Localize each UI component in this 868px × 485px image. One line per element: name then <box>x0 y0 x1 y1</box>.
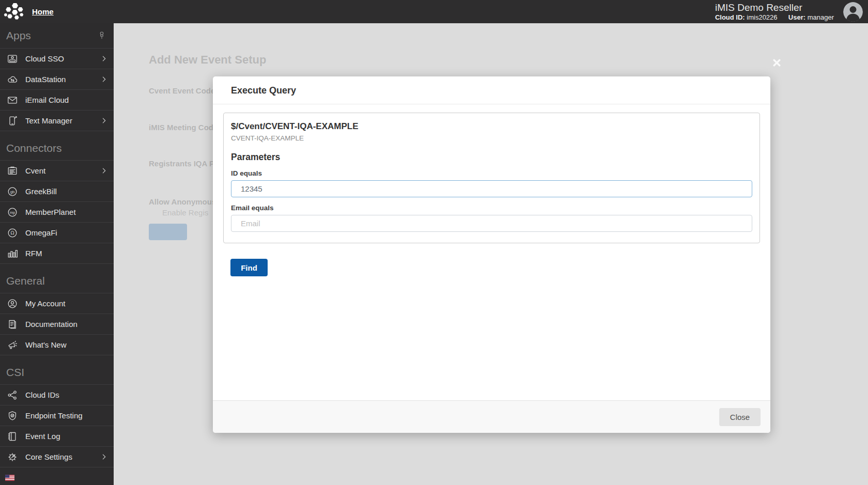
svg-text:Ω: Ω <box>11 230 14 236</box>
memberplanet-badge-icon: mp <box>7 207 18 218</box>
sidebar-item-label: My Account <box>25 299 66 308</box>
sidebar-item-my-account[interactable]: My Account <box>0 293 114 314</box>
sidebar-item-endpoint-testing[interactable]: Endpoint Testing <box>0 405 114 426</box>
svg-text:gb: gb <box>10 189 15 194</box>
sidebar-section-general: General <box>0 264 114 293</box>
documents-icon <box>7 319 18 330</box>
sidebar-section-csi: CSI <box>0 355 114 384</box>
background-field-label: Allow Anonymous <box>149 197 216 206</box>
sidebar-item-iemail-cloud[interactable]: iEmail Cloud <box>0 90 114 111</box>
modal-header: Execute Query <box>213 76 770 104</box>
sidebar-item-omegafi[interactable]: ΩOmegaFi <box>0 223 114 243</box>
sidebar-item-label: Event Log <box>25 432 60 441</box>
gear-wrench-icon <box>7 451 18 463</box>
cloud-transfer-icon <box>7 74 18 85</box>
background-field-label: iMIS Meeting Code <box>149 123 218 132</box>
sidebar-item-label: iEmail Cloud <box>25 96 69 104</box>
app-title: iMIS Demo Reseller <box>715 2 834 14</box>
cloud-id-value: imis20226 <box>747 13 777 21</box>
sidebar-section-label: Apps <box>6 29 31 42</box>
sidebar-item-rfm[interactable]: RFM <box>0 243 114 264</box>
execute-query-modal: Execute Query $/Cvent/CVENT-IQA-EXAMPLE … <box>213 76 770 433</box>
close-button[interactable]: Close <box>719 408 761 426</box>
param-label-id-equals: ID equals <box>231 169 752 177</box>
phone-edit-icon <box>7 115 18 127</box>
avatar[interactable] <box>843 2 863 22</box>
query-card: $/Cvent/CVENT-IQA-EXAMPLE CVENT-IQA-EXAM… <box>223 113 760 243</box>
sidebar-section-connectors: Connectors <box>0 131 114 160</box>
us-flag-icon[interactable] <box>5 474 14 480</box>
param-input-id-equals[interactable] <box>231 180 752 197</box>
chevron-right-icon <box>101 167 107 174</box>
sidebar-item-label: RFM <box>25 249 42 258</box>
parameters-heading: Parameters <box>231 152 752 163</box>
account-subline: Cloud ID: imis20226 User: manager <box>715 13 834 22</box>
svg-text:mp: mp <box>10 210 15 214</box>
home-link[interactable]: Home <box>32 7 54 16</box>
sidebar-item-label: Cloud SSO <box>25 54 64 63</box>
sidebar-item-cloud-ids[interactable]: Cloud IDs <box>0 385 114 405</box>
sidebar-item-cvent[interactable]: Cvent <box>0 161 114 181</box>
chevron-right-icon <box>101 55 107 62</box>
close-icon[interactable] <box>773 59 781 69</box>
sidebar-item-cloud-sso[interactable]: Cloud SSO <box>0 49 114 69</box>
notebook-icon <box>7 431 18 442</box>
query-name: CVENT-IQA-EXAMPLE <box>231 134 752 142</box>
user-label: User: <box>788 13 805 21</box>
share-nodes-icon <box>7 389 18 401</box>
sidebar-section-label: Connectors <box>6 142 61 154</box>
user-circle-icon <box>7 298 18 309</box>
sidebar-item-what-s-new[interactable]: What's New <box>0 335 114 355</box>
sidebar: AppsCloud SSODataStationiEmail CloudText… <box>0 23 114 485</box>
background-checkbox-label: Enable Regis <box>162 208 208 217</box>
sidebar-item-label: Cloud IDs <box>25 390 59 399</box>
sidebar-item-text-manager[interactable]: Text Manager <box>0 111 114 131</box>
param-label-email-equals: Email equals <box>231 204 752 212</box>
param-input-email-equals[interactable] <box>231 215 752 232</box>
sidebar-item-label: DataStation <box>25 75 66 84</box>
envelope-icon <box>7 95 18 106</box>
greekbill-badge-icon: gb <box>7 186 18 197</box>
sidebar-item-documentation[interactable]: Documentation <box>0 314 114 335</box>
sidebar-item-label: MemberPlanet <box>25 208 76 216</box>
sidebar-section-label: General <box>6 275 45 287</box>
account-titles: iMIS Demo Reseller Cloud ID: imis20226 U… <box>715 2 834 22</box>
top-bar: Home iMIS Demo Reseller Cloud ID: imis20… <box>0 0 868 23</box>
background-field-label: Registrants IQA Pa <box>149 159 219 168</box>
chevron-right-icon <box>101 76 107 83</box>
sidebar-item-label: OmegaFi <box>25 228 57 237</box>
cloud-id-label: Cloud ID: <box>715 13 745 21</box>
background-save-button <box>149 224 187 240</box>
sidebar-item-label: Core Settings <box>25 452 72 461</box>
id-card-icon <box>7 53 18 65</box>
shield-check-icon <box>7 410 18 421</box>
chevron-right-icon <box>101 117 107 124</box>
background-page-title: Add New Event Setup <box>149 53 266 67</box>
sidebar-section-apps: Apps <box>0 23 114 48</box>
query-path: $/Cvent/CVENT-IQA-EXAMPLE <box>231 121 752 132</box>
sidebar-item-label: Endpoint Testing <box>25 411 83 420</box>
app-logo-icon <box>3 2 25 22</box>
sidebar-item-memberplanet[interactable]: mpMemberPlanet <box>0 202 114 223</box>
modal-title: Execute Query <box>231 85 752 96</box>
sidebar-item-event-log[interactable]: Event Log <box>0 426 114 447</box>
modal-body: $/Cvent/CVENT-IQA-EXAMPLE CVENT-IQA-EXAM… <box>213 104 770 400</box>
sidebar-item-label: GreekBill <box>25 187 57 196</box>
sidebar-item-label: Cvent <box>25 166 45 175</box>
background-field-label: Cvent Event Code <box>149 86 215 95</box>
sidebar-item-label: Documentation <box>25 320 78 328</box>
modal-footer: Close <box>213 400 770 433</box>
megaphone-icon <box>7 339 18 351</box>
chevron-right-icon <box>101 453 107 460</box>
bar-chart-icon <box>7 248 18 259</box>
sidebar-item-datastation[interactable]: DataStation <box>0 69 114 90</box>
sidebar-item-label: What's New <box>25 340 67 349</box>
sidebar-item-greekbill[interactable]: gbGreekBill <box>0 181 114 202</box>
sidebar-section-label: CSI <box>6 366 24 379</box>
find-button[interactable]: Find <box>230 259 268 276</box>
pin-icon[interactable] <box>98 31 105 40</box>
sidebar-item-core-settings[interactable]: Core Settings <box>0 447 114 467</box>
sidebar-item-label: Text Manager <box>25 116 72 125</box>
user-value: manager <box>808 13 834 21</box>
form-document-icon <box>7 165 18 177</box>
